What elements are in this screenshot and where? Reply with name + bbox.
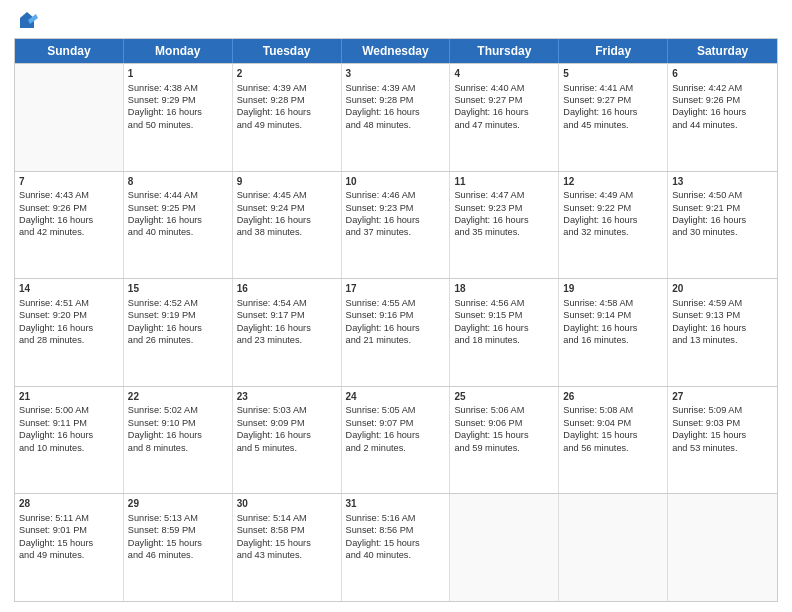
calendar-cell: 19Sunrise: 4:58 AMSunset: 9:14 PMDayligh… bbox=[559, 279, 668, 386]
day-info-line: Sunrise: 5:03 AM bbox=[237, 404, 337, 416]
day-info-line: and 44 minutes. bbox=[672, 119, 773, 131]
day-number: 10 bbox=[346, 175, 446, 189]
day-info-line: Sunset: 9:09 PM bbox=[237, 417, 337, 429]
calendar-cell bbox=[559, 494, 668, 601]
calendar-cell: 9Sunrise: 4:45 AMSunset: 9:24 PMDaylight… bbox=[233, 172, 342, 279]
day-info-line: Daylight: 16 hours bbox=[237, 429, 337, 441]
day-info-line: and 26 minutes. bbox=[128, 334, 228, 346]
calendar-cell: 31Sunrise: 5:16 AMSunset: 8:56 PMDayligh… bbox=[342, 494, 451, 601]
day-info-line: Sunrise: 5:05 AM bbox=[346, 404, 446, 416]
day-info-line: and 42 minutes. bbox=[19, 226, 119, 238]
week-row: 14Sunrise: 4:51 AMSunset: 9:20 PMDayligh… bbox=[15, 278, 777, 386]
day-info-line: Sunrise: 4:44 AM bbox=[128, 189, 228, 201]
day-info-line: and 2 minutes. bbox=[346, 442, 446, 454]
day-info-line: Sunrise: 5:13 AM bbox=[128, 512, 228, 524]
day-number: 29 bbox=[128, 497, 228, 511]
day-info-line: and 8 minutes. bbox=[128, 442, 228, 454]
day-info-line: Sunset: 9:20 PM bbox=[19, 309, 119, 321]
day-info-line: and 47 minutes. bbox=[454, 119, 554, 131]
day-header-saturday: Saturday bbox=[668, 39, 777, 63]
week-row: 21Sunrise: 5:00 AMSunset: 9:11 PMDayligh… bbox=[15, 386, 777, 494]
calendar-header: SundayMondayTuesdayWednesdayThursdayFrid… bbox=[15, 39, 777, 63]
day-info-line: Sunrise: 4:59 AM bbox=[672, 297, 773, 309]
day-info-line: Sunset: 9:16 PM bbox=[346, 309, 446, 321]
day-info-line: Sunrise: 4:49 AM bbox=[563, 189, 663, 201]
day-info-line: and 5 minutes. bbox=[237, 442, 337, 454]
day-info-line: Sunset: 9:28 PM bbox=[346, 94, 446, 106]
day-header-monday: Monday bbox=[124, 39, 233, 63]
day-number: 12 bbox=[563, 175, 663, 189]
calendar-cell: 17Sunrise: 4:55 AMSunset: 9:16 PMDayligh… bbox=[342, 279, 451, 386]
day-number: 6 bbox=[672, 67, 773, 81]
day-number: 25 bbox=[454, 390, 554, 404]
day-info-line: Sunrise: 4:38 AM bbox=[128, 82, 228, 94]
day-info-line: and 49 minutes. bbox=[19, 549, 119, 561]
day-info-line: Daylight: 16 hours bbox=[237, 214, 337, 226]
day-info-line: Sunrise: 4:58 AM bbox=[563, 297, 663, 309]
day-info-line: and 23 minutes. bbox=[237, 334, 337, 346]
calendar-cell: 15Sunrise: 4:52 AMSunset: 9:19 PMDayligh… bbox=[124, 279, 233, 386]
day-header-tuesday: Tuesday bbox=[233, 39, 342, 63]
calendar-cell: 26Sunrise: 5:08 AMSunset: 9:04 PMDayligh… bbox=[559, 387, 668, 494]
week-row: 1Sunrise: 4:38 AMSunset: 9:29 PMDaylight… bbox=[15, 63, 777, 171]
day-info-line: and 45 minutes. bbox=[563, 119, 663, 131]
day-info-line: Sunrise: 4:45 AM bbox=[237, 189, 337, 201]
day-number: 19 bbox=[563, 282, 663, 296]
week-row: 7Sunrise: 4:43 AMSunset: 9:26 PMDaylight… bbox=[15, 171, 777, 279]
day-info-line: Daylight: 16 hours bbox=[454, 322, 554, 334]
day-number: 13 bbox=[672, 175, 773, 189]
day-info-line: Daylight: 15 hours bbox=[346, 537, 446, 549]
day-number: 14 bbox=[19, 282, 119, 296]
day-info-line: and 38 minutes. bbox=[237, 226, 337, 238]
day-info-line: Daylight: 16 hours bbox=[346, 214, 446, 226]
day-info-line: Daylight: 16 hours bbox=[563, 214, 663, 226]
day-number: 1 bbox=[128, 67, 228, 81]
day-info-line: Sunset: 9:15 PM bbox=[454, 309, 554, 321]
day-info-line: Sunset: 9:27 PM bbox=[563, 94, 663, 106]
day-info-line: and 16 minutes. bbox=[563, 334, 663, 346]
day-info-line: Sunset: 9:10 PM bbox=[128, 417, 228, 429]
day-info-line: and 40 minutes. bbox=[128, 226, 228, 238]
day-number: 26 bbox=[563, 390, 663, 404]
day-info-line: Daylight: 15 hours bbox=[672, 429, 773, 441]
calendar-cell: 5Sunrise: 4:41 AMSunset: 9:27 PMDaylight… bbox=[559, 64, 668, 171]
day-info-line: Sunset: 9:19 PM bbox=[128, 309, 228, 321]
day-info-line: Sunrise: 5:08 AM bbox=[563, 404, 663, 416]
calendar-cell: 10Sunrise: 4:46 AMSunset: 9:23 PMDayligh… bbox=[342, 172, 451, 279]
day-info-line: and 46 minutes. bbox=[128, 549, 228, 561]
day-info-line: Daylight: 16 hours bbox=[128, 429, 228, 441]
calendar-cell: 6Sunrise: 4:42 AMSunset: 9:26 PMDaylight… bbox=[668, 64, 777, 171]
logo-icon bbox=[16, 10, 38, 32]
day-number: 4 bbox=[454, 67, 554, 81]
calendar-cell: 14Sunrise: 4:51 AMSunset: 9:20 PMDayligh… bbox=[15, 279, 124, 386]
calendar-cell bbox=[450, 494, 559, 601]
week-row: 28Sunrise: 5:11 AMSunset: 9:01 PMDayligh… bbox=[15, 493, 777, 601]
calendar-cell: 28Sunrise: 5:11 AMSunset: 9:01 PMDayligh… bbox=[15, 494, 124, 601]
day-info-line: Sunrise: 4:40 AM bbox=[454, 82, 554, 94]
day-info-line: and 40 minutes. bbox=[346, 549, 446, 561]
day-info-line: Sunset: 9:29 PM bbox=[128, 94, 228, 106]
day-info-line: Sunrise: 4:39 AM bbox=[346, 82, 446, 94]
calendar-cell bbox=[668, 494, 777, 601]
day-info-line: and 35 minutes. bbox=[454, 226, 554, 238]
calendar-cell: 8Sunrise: 4:44 AMSunset: 9:25 PMDaylight… bbox=[124, 172, 233, 279]
day-info-line: Sunset: 9:23 PM bbox=[454, 202, 554, 214]
day-info-line: and 13 minutes. bbox=[672, 334, 773, 346]
calendar-cell: 13Sunrise: 4:50 AMSunset: 9:21 PMDayligh… bbox=[668, 172, 777, 279]
calendar-cell: 21Sunrise: 5:00 AMSunset: 9:11 PMDayligh… bbox=[15, 387, 124, 494]
day-info-line: Daylight: 15 hours bbox=[563, 429, 663, 441]
calendar-cell: 1Sunrise: 4:38 AMSunset: 9:29 PMDaylight… bbox=[124, 64, 233, 171]
day-number: 16 bbox=[237, 282, 337, 296]
day-number: 17 bbox=[346, 282, 446, 296]
day-info-line: Daylight: 16 hours bbox=[563, 106, 663, 118]
day-info-line: Daylight: 15 hours bbox=[237, 537, 337, 549]
day-info-line: and 43 minutes. bbox=[237, 549, 337, 561]
day-number: 2 bbox=[237, 67, 337, 81]
day-info-line: Daylight: 15 hours bbox=[454, 429, 554, 441]
day-info-line: and 50 minutes. bbox=[128, 119, 228, 131]
calendar-cell: 22Sunrise: 5:02 AMSunset: 9:10 PMDayligh… bbox=[124, 387, 233, 494]
day-info-line: Sunrise: 4:52 AM bbox=[128, 297, 228, 309]
logo bbox=[14, 10, 38, 32]
header bbox=[14, 10, 778, 32]
day-info-line: Sunset: 9:14 PM bbox=[563, 309, 663, 321]
